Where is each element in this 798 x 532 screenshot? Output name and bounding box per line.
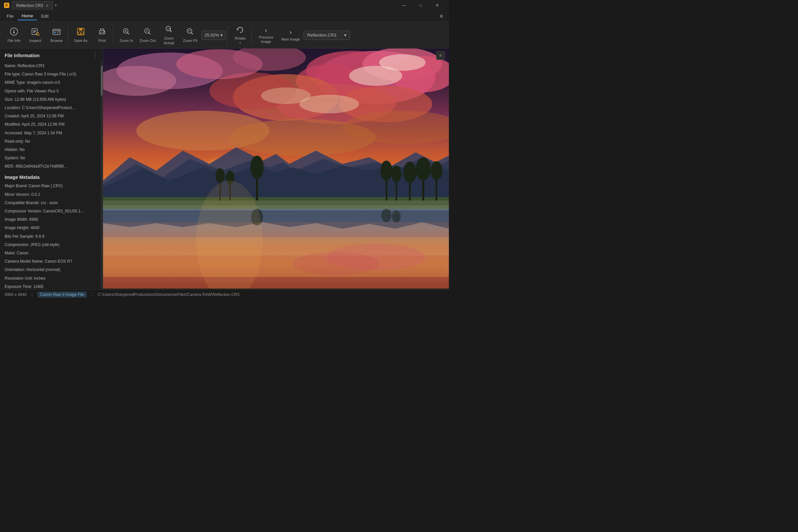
maximize-button[interactable]: □ [413,0,428,11]
file-info-row: Opens with: File Viewer Plus 5 [3,87,97,95]
svg-point-68 [416,157,431,180]
minimize-button[interactable]: — [396,0,412,11]
hamburger-menu[interactable]: ≡ [437,12,446,21]
svg-line-30 [191,33,193,34]
zoom-out-button[interactable]: Zoom Out [138,25,158,46]
print-label: Print [98,39,106,43]
svg-point-85 [381,209,391,222]
zoom-dropdown[interactable]: 25.02% ▾ [202,31,226,40]
file-selector-dropdown[interactable]: Reflection.CR3 ▾ [304,31,350,40]
metadata-row: Compression: JPEG (old-style) [3,241,97,249]
metadata-row: Camera Model Name: Canon EOS R7 [3,258,97,266]
file-info-row: Location: C:\Users\SharpenedProduct... [3,104,97,112]
close-tab-button[interactable]: × [46,3,49,8]
file-info-row: Accessed: May 7, 2024 1:34 PM [3,129,97,137]
sidebar-options-button[interactable]: ⋮ [92,52,98,59]
svg-point-1 [14,30,15,31]
print-icon [98,27,107,37]
prev-image-button[interactable]: ‹ Previous Image [254,25,278,46]
toolbar: File Info Inspect [0,22,449,49]
zoom-actual-label: Zoom Actual [160,36,177,45]
svg-text:1:1: 1:1 [167,27,171,30]
svg-rect-82 [103,277,449,289]
metadata-row: Exposure Time: 1/400 [3,283,97,289]
file-selector-chevron-icon: ▾ [344,33,346,38]
sidebar-scroll[interactable]: Name: Reflection.CR3File type: Canon Raw… [0,62,101,289]
close-button[interactable]: ✕ [430,0,445,11]
file-info-row: MIME Type: image/x-canon-cr3 [3,78,97,87]
toolbar-group-zoom: Zoom In Zoom Out 1:1 Zoom Actual [115,25,227,45]
file-info-row: Modified: April 25, 2024 12:06 PM [3,120,97,129]
browse-icon [52,27,61,37]
next-arrow-icon: › [290,28,292,36]
file-info-label: File Info [7,39,20,43]
menu-file[interactable]: File [3,12,18,20]
file-info-row: System: No [3,154,97,162]
status-filetype: Canon Raw 3 Image File [38,291,87,298]
svg-point-86 [392,210,401,223]
inspect-label: Inspect [29,39,41,43]
toolbar-group-save: Save As Print [70,25,114,45]
file-info-row: Hidden: No [3,146,97,154]
file-info-row: Name: Reflection.CR3 [3,62,97,70]
zoom-in-button[interactable]: Zoom In [116,25,136,46]
toolbar-group-rotate: Rotate ▾ [229,25,252,45]
browse-button[interactable]: Browse [46,25,66,46]
save-as-icon [76,27,85,37]
prev-arrow-icon: ‹ [265,26,267,34]
rotate-button[interactable]: Rotate ▾ [230,25,250,46]
zoom-out-icon [143,27,152,37]
title-bar: F Reflection.CR3 × + — □ ✕ [0,0,449,11]
browse-label: Browse [51,39,63,43]
file-info-row: Size: 12.88 MB (13,509,466 bytes) [3,95,97,104]
metadata-row: Image Height: 4640 [3,224,97,232]
svg-rect-17 [100,32,104,34]
zoom-actual-button[interactable]: 1:1 Zoom Actual [159,25,179,46]
metadata-row: Compressor Version: CanonCR3_001/00.1... [3,207,97,215]
print-button[interactable]: Print [92,25,112,46]
rotate-label: Rotate [235,36,245,41]
next-image-button[interactable]: › Next Image [279,25,302,46]
main-content: File Information ⋮ Name: Reflection.CR3F… [0,49,449,289]
inspect-button[interactable]: Inspect [25,25,45,46]
svg-line-28 [170,30,172,32]
file-info-button[interactable]: File Info [4,25,24,46]
svg-point-48 [379,54,425,71]
status-separator-2 [92,292,92,297]
zoom-in-icon [122,27,131,37]
svg-line-8 [39,35,39,36]
file-info-row: File type: Canon Raw 3 Image File (.cr3) [3,70,97,78]
new-tab-button[interactable]: + [54,2,57,8]
menu-bar: File Home Edit ≡ [0,11,449,22]
zoom-value: 25.02% [205,33,219,38]
menu-home[interactable]: Home [18,12,37,20]
toolbar-group-nav: ‹ Previous Image › Next Image Reflection… [253,25,352,45]
toolbar-group-file: File Info Inspect [3,25,68,45]
sidebar-title: File Information [5,53,40,58]
save-as-button[interactable]: Save As [71,25,91,46]
svg-point-66 [403,162,417,183]
svg-point-62 [380,160,392,180]
status-separator [32,292,32,297]
svg-point-98 [292,252,379,275]
prev-image-label: Previous Image [256,35,276,44]
collapse-panel-button[interactable] [436,51,445,60]
file-selector-value: Reflection.CR3 [307,33,336,38]
next-image-label: Next Image [281,37,300,41]
svg-line-22 [127,33,129,34]
status-bar: 6960 x 4640 Canon Raw 3 Image File C:\Us… [0,289,449,299]
status-dimensions: 6960 x 4640 [5,292,26,297]
tab[interactable]: Reflection.CR3 × [12,1,53,10]
app-icon: F [4,3,9,8]
metadata-row: Minor Version: 0.0.1 [3,191,97,199]
svg-point-18 [104,31,105,32]
menu-edit[interactable]: Edit [37,12,53,20]
svg-point-72 [215,168,225,183]
metadata-row: Bits Per Sample: 8 8 8 [3,232,97,241]
file-info-row: Read-only: No [3,137,97,146]
svg-point-64 [391,166,401,182]
svg-rect-14 [79,28,82,31]
zoom-fit-button[interactable]: Zoom Fit [180,25,200,46]
main-image [103,49,449,289]
file-info-row: Created: April 25, 2024 12:06 PM [3,112,97,120]
